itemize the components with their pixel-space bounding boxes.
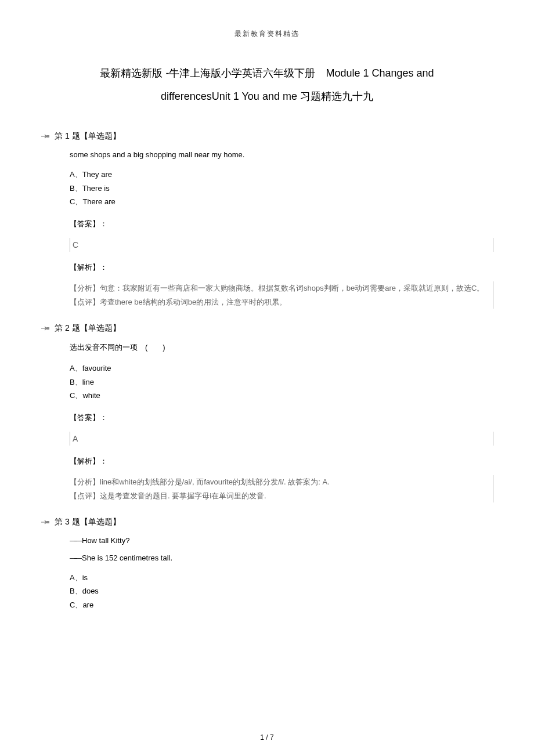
option-c: C、white [70,389,493,402]
option-a: A、is [70,571,493,584]
analysis-label: 【解析】： [70,262,493,273]
arrow-icon [41,519,51,525]
option-c: C、are [70,598,493,612]
question-2: 第 2 题【单选题】 选出发音不同的一项 ( ) A、favourite B、l… [41,323,493,502]
analysis-text: 【分析】句意：我家附近有一些商店和一家大购物商场。根据复数名词shops判断，b… [70,281,493,309]
document-title: 最新精选新版 -牛津上海版小学英语六年级下册 Module 1 Changes … [75,62,459,108]
analysis-line: 【分析】句意：我家附近有一些商店和一家大购物商场。根据复数名词shops判断，b… [70,281,489,295]
arrow-icon [41,325,51,331]
svg-rect-1 [46,327,49,330]
arrow-icon [41,133,51,139]
question-header-text: 第 3 题【单选题】 [55,517,121,527]
options-list: A、favourite B、line C、white [70,361,493,402]
header-note: 最新教育资料精选 [41,29,493,39]
question-header-text: 第 2 题【单选题】 [55,323,121,334]
question-stem: some shops and a big shopping mall near … [70,150,493,159]
analysis-label: 【解析】： [70,456,493,466]
page-footer: 1 / 7 [0,733,534,741]
option-a: A、favourite [70,361,493,375]
analysis-line: 【点评】考查there be结构的系动词be的用法，注意平时的积累。 [70,295,489,309]
stem-text: —She is 152 centimetres tall. [74,554,172,562]
option-b: B、line [70,375,493,389]
options-list: A、They are B、There is C、There are [70,168,493,208]
svg-rect-0 [46,135,49,138]
analysis-line: 【分析】line和white的划线部分是/ai/, 而favourite的划线部… [70,475,489,489]
answer-value: A [70,432,493,446]
option-b: B、does [70,584,493,598]
stem-text: —How tall Kitty? [74,536,129,545]
option-b: B、There is [70,182,493,195]
options-list: A、is B、does C、are [70,571,493,612]
question-header-text: 第 1 题【单选题】 [55,131,121,142]
option-a: A、They are [70,168,493,181]
option-c: C、There are [70,195,493,208]
svg-rect-2 [46,521,49,523]
question-stem-1: ——How tall Kitty? [70,536,493,545]
question-3: 第 3 题【单选题】 ——How tall Kitty? ——She is 15… [41,517,493,612]
question-1: 第 1 题【单选题】 some shops and a big shopping… [41,131,493,309]
answer-label: 【答案】： [70,413,493,423]
question-stem: 选出发音不同的一项 ( ) [70,342,493,353]
answer-label: 【答案】： [70,219,493,229]
question-stem-2: ——She is 152 centimetres tall. [70,554,493,562]
analysis-text: 【分析】line和white的划线部分是/ai/, 而favourite的划线部… [70,475,493,502]
answer-value: C [70,238,493,252]
analysis-line: 【点评】这是考查发音的题目. 要掌握字母i在单词里的发音. [70,489,489,502]
